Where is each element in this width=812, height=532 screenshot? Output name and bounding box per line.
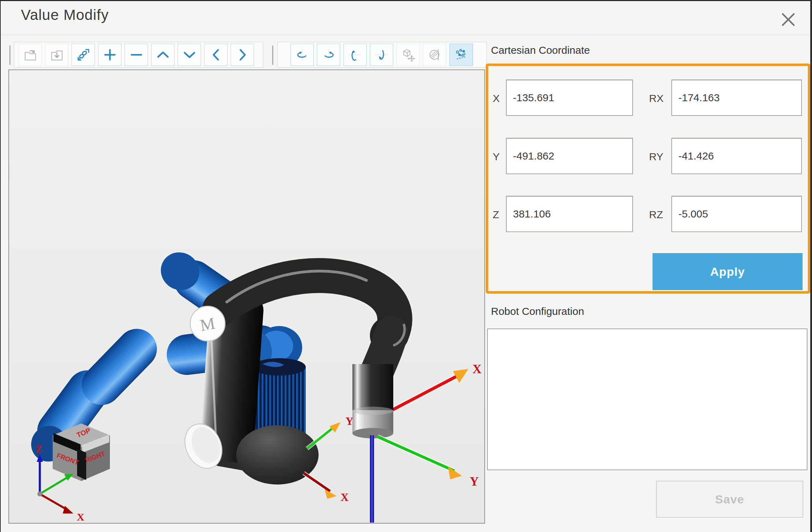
- tool-y-axis: Y: [378, 437, 479, 488]
- save-button[interactable]: Save: [656, 481, 803, 518]
- plus-icon: [102, 47, 118, 62]
- robot-scene: Y X M: [9, 70, 484, 523]
- pan-up-button[interactable]: [151, 44, 174, 66]
- orbit-sphere-button[interactable]: [423, 44, 446, 66]
- tool-y-axis-label: Y: [470, 474, 479, 488]
- rotate-yaw-right-button[interactable]: [317, 44, 340, 66]
- robot-view-button[interactable]: [449, 44, 473, 66]
- chevron-up-icon: [155, 47, 171, 62]
- y-input[interactable]: [506, 138, 633, 174]
- toolbar-file-view-group: [14, 42, 263, 68]
- disc-logo-m: M: [199, 314, 216, 335]
- minus-icon: [129, 47, 144, 62]
- close-icon: [781, 12, 796, 27]
- header-divider: [1, 35, 812, 35]
- pan-left-button[interactable]: [204, 44, 228, 66]
- pan-right-button[interactable]: [231, 44, 254, 66]
- pan-down-button[interactable]: [178, 44, 201, 66]
- folder-download-icon: [49, 47, 65, 62]
- joint-disc: M: [190, 306, 225, 341]
- orbit-sphere-icon: [427, 47, 443, 62]
- chevron-right-icon: [235, 47, 250, 62]
- rotate-pitch-down-button[interactable]: [370, 44, 393, 66]
- rz-label: RZ: [649, 209, 663, 221]
- rotate-left-icon: [294, 47, 310, 62]
- robot-configuration-title: Robot Configuration: [491, 305, 584, 317]
- x-input[interactable]: [506, 80, 633, 116]
- open-folder-button[interactable]: [18, 44, 42, 66]
- z-input[interactable]: [506, 196, 633, 232]
- tool-flange: [352, 364, 393, 438]
- x-label: X: [493, 93, 500, 104]
- y-label: Y: [493, 151, 500, 163]
- ry-input[interactable]: [671, 138, 802, 174]
- triad-x-label: X: [77, 511, 84, 523]
- import-folder-button[interactable]: [45, 44, 68, 66]
- chevron-left-icon: [208, 47, 224, 62]
- fit-view-icon: [76, 47, 91, 62]
- view-cube[interactable]: TOP FRONT RIGHT: [53, 423, 110, 481]
- pan-cube-icon: [400, 47, 416, 62]
- tool-x-axis-label: X: [472, 362, 482, 376]
- close-button[interactable]: [778, 9, 798, 30]
- apply-button[interactable]: Apply: [653, 253, 803, 290]
- robot-view-icon: [453, 47, 469, 62]
- viewport-3d-canvas[interactable]: Y X M: [8, 69, 485, 524]
- rotate-up-icon: [347, 47, 363, 62]
- ry-label: RY: [649, 151, 663, 163]
- rz-input[interactable]: [671, 196, 802, 232]
- base-x-axis-label: X: [341, 491, 349, 503]
- cartesian-section-title: Cartesian Coordinate: [491, 44, 590, 56]
- zoom-in-button[interactable]: [98, 44, 121, 66]
- rotate-pitch-up-button[interactable]: [343, 44, 367, 66]
- toolbar-grip[interactable]: [9, 45, 10, 65]
- page-title: Value Modify: [21, 7, 109, 23]
- chevron-down-icon: [182, 47, 197, 62]
- rotate-down-icon: [374, 47, 390, 62]
- pan-object-button[interactable]: [396, 44, 420, 66]
- zoom-out-button[interactable]: [125, 44, 148, 66]
- triad-z-label: Z: [36, 443, 43, 454]
- folder-open-icon: [23, 47, 38, 62]
- value-modify-dialog: Value Modify: [0, 0, 812, 532]
- base-y-axis-label: Y: [345, 415, 353, 427]
- rotate-right-icon: [321, 47, 337, 62]
- z-label: Z: [493, 209, 499, 221]
- rotate-yaw-left-button[interactable]: [290, 44, 314, 66]
- robot-configuration-list[interactable]: [487, 328, 807, 470]
- toolbar-rotate-group: [277, 42, 487, 68]
- rx-input[interactable]: [671, 80, 802, 116]
- rx-label: RX: [649, 93, 664, 104]
- fit-view-button[interactable]: [72, 44, 95, 66]
- toolbar-grip[interactable]: [272, 45, 273, 65]
